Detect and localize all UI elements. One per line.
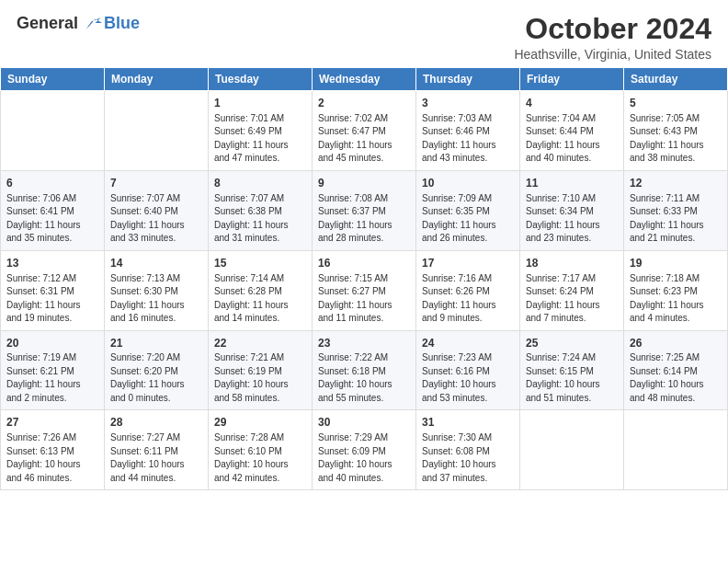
day-detail: Sunrise: 7:09 AMSunset: 6:35 PMDaylight:… bbox=[422, 192, 514, 246]
day-number: 10 bbox=[422, 176, 514, 191]
day-detail: Sunrise: 7:21 AMSunset: 6:19 PMDaylight:… bbox=[214, 351, 306, 405]
calendar-day-cell: 28Sunrise: 7:27 AMSunset: 6:11 PMDayligh… bbox=[105, 410, 209, 490]
title-block: October 2024 Heathsville, Virginia, Unit… bbox=[514, 13, 711, 62]
day-detail: Sunrise: 7:04 AMSunset: 6:44 PMDaylight:… bbox=[526, 112, 618, 166]
logo-blue-text: Blue bbox=[104, 14, 140, 33]
day-number: 7 bbox=[110, 176, 202, 191]
calendar-day-header: Thursday bbox=[416, 68, 520, 91]
day-detail: Sunrise: 7:16 AMSunset: 6:26 PMDaylight:… bbox=[422, 272, 514, 326]
calendar-day-cell: 15Sunrise: 7:14 AMSunset: 6:28 PMDayligh… bbox=[209, 250, 313, 330]
day-detail: Sunrise: 7:05 AMSunset: 6:43 PMDaylight:… bbox=[630, 112, 722, 166]
calendar-day-cell: 8Sunrise: 7:07 AMSunset: 6:38 PMDaylight… bbox=[209, 170, 313, 250]
calendar-day-cell: 6Sunrise: 7:06 AMSunset: 6:41 PMDaylight… bbox=[1, 170, 105, 250]
calendar-day-cell: 16Sunrise: 7:15 AMSunset: 6:27 PMDayligh… bbox=[313, 250, 416, 330]
day-number: 11 bbox=[526, 176, 618, 191]
day-detail: Sunrise: 7:10 AMSunset: 6:34 PMDaylight:… bbox=[526, 192, 618, 246]
calendar-week-row: 1Sunrise: 7:01 AMSunset: 6:49 PMDaylight… bbox=[1, 91, 728, 171]
day-number: 24 bbox=[422, 336, 514, 351]
day-number: 12 bbox=[630, 176, 722, 191]
day-number: 21 bbox=[110, 336, 202, 351]
calendar-day-cell: 24Sunrise: 7:23 AMSunset: 6:16 PMDayligh… bbox=[416, 330, 520, 410]
calendar-day-cell bbox=[1, 91, 105, 171]
day-number: 1 bbox=[214, 96, 306, 111]
day-number: 4 bbox=[526, 96, 618, 111]
day-detail: Sunrise: 7:08 AMSunset: 6:37 PMDaylight:… bbox=[318, 192, 410, 246]
calendar-day-cell: 20Sunrise: 7:19 AMSunset: 6:21 PMDayligh… bbox=[1, 330, 105, 410]
day-detail: Sunrise: 7:07 AMSunset: 6:38 PMDaylight:… bbox=[214, 192, 306, 246]
day-number: 8 bbox=[214, 176, 306, 191]
calendar-day-cell: 3Sunrise: 7:03 AMSunset: 6:46 PMDaylight… bbox=[416, 91, 520, 171]
day-detail: Sunrise: 7:28 AMSunset: 6:10 PMDaylight:… bbox=[214, 431, 306, 485]
calendar-day-cell bbox=[105, 91, 209, 171]
calendar-day-header: Sunday bbox=[1, 68, 105, 91]
calendar-day-cell: 17Sunrise: 7:16 AMSunset: 6:26 PMDayligh… bbox=[416, 250, 520, 330]
day-detail: Sunrise: 7:27 AMSunset: 6:11 PMDaylight:… bbox=[110, 431, 202, 485]
day-number: 23 bbox=[318, 336, 410, 351]
logo-bird-icon bbox=[82, 13, 102, 33]
calendar-day-cell: 5Sunrise: 7:05 AMSunset: 6:43 PMDaylight… bbox=[624, 91, 728, 171]
day-number: 2 bbox=[318, 96, 410, 111]
calendar-day-cell: 10Sunrise: 7:09 AMSunset: 6:35 PMDayligh… bbox=[416, 170, 520, 250]
day-detail: Sunrise: 7:13 AMSunset: 6:30 PMDaylight:… bbox=[110, 272, 202, 326]
calendar-day-cell: 13Sunrise: 7:12 AMSunset: 6:31 PMDayligh… bbox=[1, 250, 105, 330]
day-detail: Sunrise: 7:26 AMSunset: 6:13 PMDaylight:… bbox=[6, 431, 98, 485]
calendar-day-header: Tuesday bbox=[209, 68, 313, 91]
day-detail: Sunrise: 7:24 AMSunset: 6:15 PMDaylight:… bbox=[526, 351, 618, 405]
calendar-day-cell: 9Sunrise: 7:08 AMSunset: 6:37 PMDaylight… bbox=[313, 170, 416, 250]
day-number: 28 bbox=[110, 415, 202, 431]
day-detail: Sunrise: 7:07 AMSunset: 6:40 PMDaylight:… bbox=[110, 192, 202, 246]
calendar-day-header: Friday bbox=[520, 68, 624, 91]
calendar-day-cell: 22Sunrise: 7:21 AMSunset: 6:19 PMDayligh… bbox=[209, 330, 313, 410]
day-detail: Sunrise: 7:03 AMSunset: 6:46 PMDaylight:… bbox=[422, 112, 514, 166]
day-detail: Sunrise: 7:12 AMSunset: 6:31 PMDaylight:… bbox=[6, 272, 98, 326]
logo: General Blue bbox=[17, 13, 140, 33]
day-number: 27 bbox=[6, 415, 98, 431]
day-number: 13 bbox=[6, 256, 98, 271]
day-detail: Sunrise: 7:30 AMSunset: 6:08 PMDaylight:… bbox=[422, 431, 514, 485]
calendar-day-header: Monday bbox=[105, 68, 209, 91]
calendar-day-cell: 12Sunrise: 7:11 AMSunset: 6:33 PMDayligh… bbox=[624, 170, 728, 250]
calendar-day-cell: 14Sunrise: 7:13 AMSunset: 6:30 PMDayligh… bbox=[105, 250, 209, 330]
day-detail: Sunrise: 7:20 AMSunset: 6:20 PMDaylight:… bbox=[110, 351, 202, 405]
day-detail: Sunrise: 7:06 AMSunset: 6:41 PMDaylight:… bbox=[6, 192, 98, 246]
calendar-day-cell bbox=[624, 410, 728, 490]
day-number: 26 bbox=[630, 336, 722, 351]
day-number: 17 bbox=[422, 256, 514, 271]
day-number: 9 bbox=[318, 176, 410, 191]
day-number: 31 bbox=[422, 415, 514, 431]
day-number: 29 bbox=[214, 415, 306, 431]
day-detail: Sunrise: 7:29 AMSunset: 6:09 PMDaylight:… bbox=[318, 431, 410, 485]
day-detail: Sunrise: 7:25 AMSunset: 6:14 PMDaylight:… bbox=[630, 351, 722, 405]
day-number: 19 bbox=[630, 256, 722, 271]
day-detail: Sunrise: 7:14 AMSunset: 6:28 PMDaylight:… bbox=[214, 272, 306, 326]
day-detail: Sunrise: 7:17 AMSunset: 6:24 PMDaylight:… bbox=[526, 272, 618, 326]
day-detail: Sunrise: 7:11 AMSunset: 6:33 PMDaylight:… bbox=[630, 192, 722, 246]
day-number: 15 bbox=[214, 256, 306, 271]
day-detail: Sunrise: 7:15 AMSunset: 6:27 PMDaylight:… bbox=[318, 272, 410, 326]
day-detail: Sunrise: 7:22 AMSunset: 6:18 PMDaylight:… bbox=[318, 351, 410, 405]
day-detail: Sunrise: 7:18 AMSunset: 6:23 PMDaylight:… bbox=[630, 272, 722, 326]
day-number: 14 bbox=[110, 256, 202, 271]
calendar-day-cell: 23Sunrise: 7:22 AMSunset: 6:18 PMDayligh… bbox=[313, 330, 416, 410]
calendar-day-cell: 29Sunrise: 7:28 AMSunset: 6:10 PMDayligh… bbox=[209, 410, 313, 490]
day-number: 5 bbox=[630, 96, 722, 111]
day-number: 3 bbox=[422, 96, 514, 111]
calendar-day-cell: 27Sunrise: 7:26 AMSunset: 6:13 PMDayligh… bbox=[1, 410, 105, 490]
location-title: Heathsville, Virginia, United States bbox=[514, 47, 711, 62]
calendar-day-header: Saturday bbox=[624, 68, 728, 91]
calendar-day-cell: 1Sunrise: 7:01 AMSunset: 6:49 PMDaylight… bbox=[209, 91, 313, 171]
calendar-day-cell: 30Sunrise: 7:29 AMSunset: 6:09 PMDayligh… bbox=[313, 410, 416, 490]
svg-marker-0 bbox=[87, 17, 102, 29]
day-number: 30 bbox=[318, 415, 410, 431]
day-detail: Sunrise: 7:02 AMSunset: 6:47 PMDaylight:… bbox=[318, 112, 410, 166]
page-header: General Blue October 2024 Heathsville, V… bbox=[0, 0, 728, 67]
day-number: 25 bbox=[526, 336, 618, 351]
calendar-day-cell: 11Sunrise: 7:10 AMSunset: 6:34 PMDayligh… bbox=[520, 170, 624, 250]
calendar-day-cell: 2Sunrise: 7:02 AMSunset: 6:47 PMDaylight… bbox=[313, 91, 416, 171]
logo-general-text: General bbox=[17, 14, 78, 33]
day-number: 6 bbox=[6, 176, 98, 191]
calendar-week-row: 20Sunrise: 7:19 AMSunset: 6:21 PMDayligh… bbox=[1, 330, 728, 410]
day-number: 16 bbox=[318, 256, 410, 271]
calendar-table: SundayMondayTuesdayWednesdayThursdayFrid… bbox=[0, 67, 728, 490]
calendar-day-cell: 26Sunrise: 7:25 AMSunset: 6:14 PMDayligh… bbox=[624, 330, 728, 410]
